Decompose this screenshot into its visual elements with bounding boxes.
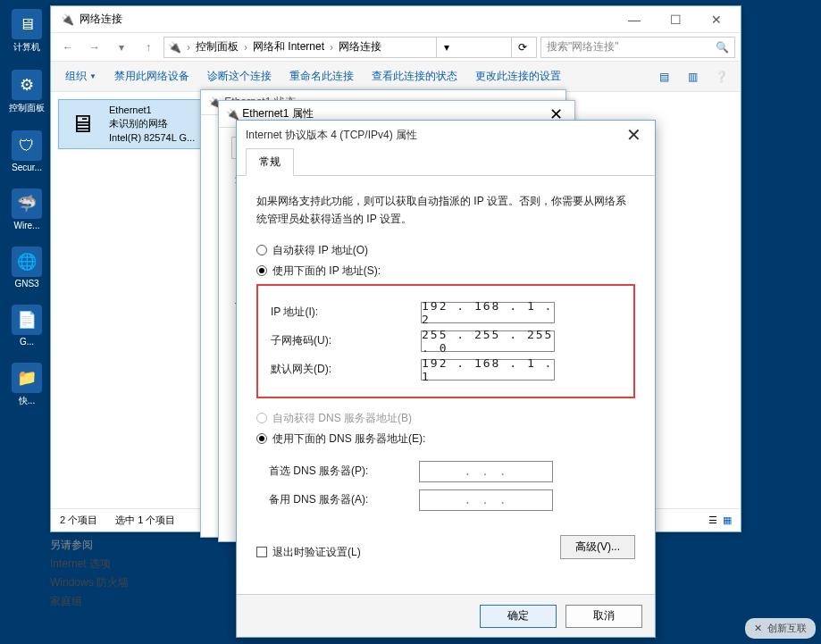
up-button[interactable]: ↑ bbox=[137, 36, 160, 59]
dialog-titlebar[interactable]: Internet 协议版本 4 (TCP/IPv4) 属性 ✕ bbox=[237, 121, 655, 149]
maximize-button[interactable]: ☐ bbox=[655, 7, 696, 32]
breadcrumb[interactable]: 🔌 › 控制面板 › 网络和 Internet › 网络连接 ▾ ⟳ bbox=[163, 37, 537, 58]
view-status-button[interactable]: 查看此连接的状态 bbox=[364, 65, 465, 88]
cancel-button[interactable]: 取消 bbox=[565, 605, 642, 628]
selected-count: 选中 1 个项目 bbox=[115, 514, 175, 527]
watermark: ✕ 创新互联 bbox=[745, 618, 816, 639]
details-view-icon[interactable]: ☰ bbox=[708, 514, 717, 526]
advanced-button[interactable]: 高级(V)... bbox=[560, 535, 635, 559]
dialog-icon: 🔌 bbox=[226, 108, 239, 121]
ip-input[interactable]: 192 . 168 . 1 . 2 bbox=[421, 302, 555, 323]
ip-label: IP 地址(I): bbox=[271, 305, 414, 320]
gateway-label: 默认网关(D): bbox=[271, 362, 414, 377]
close-icon[interactable]: ✕ bbox=[621, 124, 646, 146]
breadcrumb-icon: 🔌 bbox=[168, 41, 181, 54]
ipv4-properties-dialog: Internet 协议版本 4 (TCP/IPv4) 属性 ✕ 常规 如果网络支… bbox=[236, 120, 656, 638]
desktop-icon[interactable]: 🌐GNS3 bbox=[4, 247, 49, 289]
tab-general[interactable]: 常规 bbox=[246, 148, 294, 176]
mask-label: 子网掩码(U): bbox=[271, 333, 414, 348]
internet-options-link[interactable]: Internet 选项 bbox=[50, 556, 129, 572]
window-icon: 🔌 bbox=[60, 13, 74, 27]
radio-dhcp-dns: 自动获得 DNS 服务器地址(B) bbox=[256, 411, 635, 426]
gateway-input[interactable]: 192 . 168 . 1 . 1 bbox=[421, 359, 555, 381]
command-bar: 组织▼ 禁用此网络设备 诊断这个连接 重命名此连接 查看此连接的状态 更改此连接… bbox=[51, 62, 741, 92]
address-bar: ← → ▾ ↑ 🔌 › 控制面板 › 网络和 Internet › 网络连接 ▾… bbox=[51, 33, 741, 62]
disable-device-button[interactable]: 禁用此网络设备 bbox=[107, 65, 197, 88]
validate-checkbox[interactable]: 退出时验证设置(L) bbox=[256, 545, 361, 560]
firewall-link[interactable]: Windows 防火墙 bbox=[50, 575, 129, 590]
tiles-view-icon[interactable]: ▦ bbox=[723, 514, 732, 526]
search-input[interactable]: 搜索"网络连接" 🔍 bbox=[540, 37, 735, 58]
radio-static-ip[interactable]: 使用下面的 IP 地址(S): bbox=[256, 263, 635, 279]
nic-status: 未识别的网络 bbox=[109, 117, 195, 130]
ok-button[interactable]: 确定 bbox=[480, 605, 557, 628]
static-ip-group: IP 地址(I):192 . 168 . 1 . 2 子网掩码(U):255 .… bbox=[256, 284, 635, 398]
nic-icon: 🖥 bbox=[63, 104, 102, 143]
diagnose-button[interactable]: 诊断这个连接 bbox=[200, 65, 279, 88]
desktop-icon[interactable]: 🦈Wire... bbox=[4, 188, 49, 230]
homegroup-link[interactable]: 家庭组 bbox=[50, 594, 129, 609]
see-also-panel: 另请参阅 Internet 选项 Windows 防火墙 家庭组 bbox=[50, 534, 129, 613]
dns1-input[interactable]: . . . bbox=[419, 461, 553, 482]
dialog-title: Internet 协议版本 4 (TCP/IPv4) 属性 bbox=[246, 128, 417, 143]
view-layout-icon[interactable]: ▤ bbox=[651, 65, 676, 88]
desktop-icon[interactable]: 🛡Secur... bbox=[4, 130, 49, 172]
dns2-label: 备用 DNS 服务器(A): bbox=[269, 492, 412, 507]
dropdown-icon[interactable]: ▾ bbox=[436, 38, 457, 57]
help-icon[interactable]: ❔ bbox=[708, 65, 733, 88]
description-text: 如果网络支持此功能，则可以获取自动指派的 IP 设置。否则，你需要从网络系统管理… bbox=[256, 192, 635, 229]
desktop-icon[interactable]: 📄G... bbox=[4, 305, 49, 347]
mask-input[interactable]: 255 . 255 . 255 . 0 bbox=[421, 330, 555, 352]
nic-device: Intel(R) 82574L G... bbox=[109, 131, 195, 145]
back-button[interactable]: ← bbox=[56, 36, 80, 59]
organize-menu[interactable]: 组织▼ bbox=[58, 65, 104, 88]
tab-strip: 常规 bbox=[237, 149, 655, 176]
desktop-icon[interactable]: 📁快... bbox=[4, 363, 49, 407]
desktop-icon[interactable]: ⚙控制面板 bbox=[4, 70, 49, 114]
dns2-input[interactable]: . . . bbox=[419, 489, 553, 511]
window-title: 网络连接 bbox=[80, 12, 614, 27]
dns1-label: 首选 DNS 服务器(P): bbox=[269, 464, 412, 479]
desktop-icons: 🖥计算机 ⚙控制面板 🛡Secur... 🦈Wire... 🌐GNS3 📄G..… bbox=[4, 9, 49, 423]
close-button[interactable]: ✕ bbox=[696, 7, 737, 32]
recent-button[interactable]: ▾ bbox=[110, 36, 133, 59]
nic-name: Ethernet1 bbox=[109, 104, 195, 117]
forward-button[interactable]: → bbox=[83, 36, 106, 59]
minimize-button[interactable]: — bbox=[614, 7, 655, 32]
item-count: 2 个项目 bbox=[60, 514, 97, 527]
refresh-icon[interactable]: ⟳ bbox=[511, 38, 532, 57]
rename-button[interactable]: 重命名此连接 bbox=[282, 65, 361, 88]
radio-dhcp-ip[interactable]: 自动获得 IP 地址(O) bbox=[256, 243, 635, 258]
search-icon: 🔍 bbox=[716, 41, 729, 54]
titlebar[interactable]: 🔌 网络连接 — ☐ ✕ bbox=[51, 6, 741, 33]
change-settings-button[interactable]: 更改此连接的设置 bbox=[468, 65, 568, 88]
preview-pane-icon[interactable]: ▥ bbox=[680, 65, 705, 88]
desktop-icon[interactable]: 🖥计算机 bbox=[4, 9, 49, 54]
dialog-footer: 确定 取消 bbox=[237, 594, 655, 637]
radio-static-dns[interactable]: 使用下面的 DNS 服务器地址(E): bbox=[256, 431, 635, 447]
